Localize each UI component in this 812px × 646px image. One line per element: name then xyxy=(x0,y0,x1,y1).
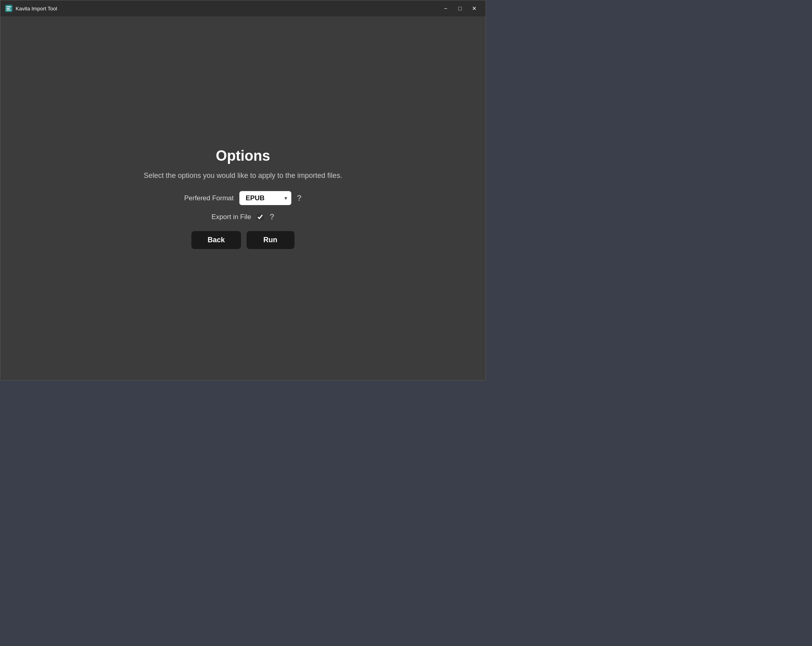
main-window: Kavita Import Tool − □ ✕ Options Select … xyxy=(0,0,486,381)
maximize-button[interactable]: □ xyxy=(454,3,466,14)
page-title: Options xyxy=(216,148,270,164)
export-in-file-label: Export in File xyxy=(211,213,251,221)
svg-rect-3 xyxy=(6,10,11,10)
export-in-file-help-icon: ? xyxy=(269,212,274,221)
content-area: Options Select the options you would lik… xyxy=(0,16,486,380)
preferred-format-row: Perfered Format EPUB PDF MOBI CBZ ▾ ? xyxy=(184,191,302,205)
options-form: Perfered Format EPUB PDF MOBI CBZ ▾ ? xyxy=(103,191,383,249)
format-select-wrapper: EPUB PDF MOBI CBZ ▾ xyxy=(239,191,291,205)
buttons-row: Back Run xyxy=(191,231,294,249)
window-controls: − □ ✕ xyxy=(439,3,481,14)
svg-rect-2 xyxy=(6,8,10,9)
export-in-file-row: Export in File ? xyxy=(211,212,274,221)
run-button[interactable]: Run xyxy=(247,231,295,249)
format-select[interactable]: EPUB PDF MOBI CBZ xyxy=(239,191,291,205)
preferred-format-label: Perfered Format xyxy=(184,194,234,202)
window-title: Kavita Import Tool xyxy=(16,6,439,12)
svg-rect-1 xyxy=(6,6,11,7)
back-button[interactable]: Back xyxy=(191,231,241,249)
export-in-file-checkbox[interactable] xyxy=(257,213,264,221)
kavita-icon xyxy=(5,5,12,12)
page-subtitle: Select the options you would like to app… xyxy=(144,171,342,180)
minimize-button[interactable]: − xyxy=(439,3,452,14)
close-button[interactable]: ✕ xyxy=(468,3,481,14)
options-panel: Options Select the options you would lik… xyxy=(103,148,383,249)
title-bar: Kavita Import Tool − □ ✕ xyxy=(0,0,486,16)
preferred-format-help-icon: ? xyxy=(297,193,302,203)
